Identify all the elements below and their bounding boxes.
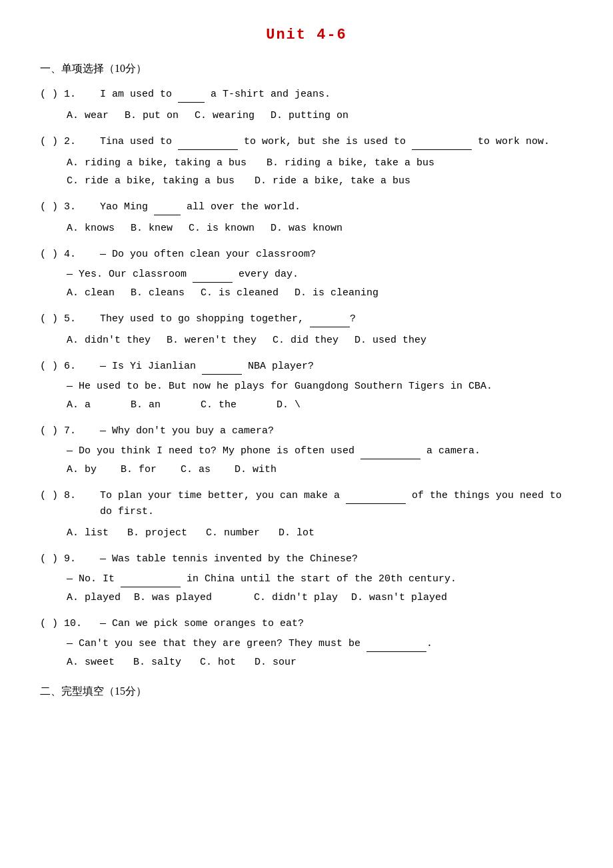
q4-opt-d: D. is cleaning — [295, 284, 378, 302]
q2-paren: ( ) 2. — [40, 134, 100, 150]
q8-options: A. list B. project C. number D. lot — [67, 524, 573, 542]
q4-paren: ( ) 4. — [40, 247, 100, 263]
q5-paren: ( ) 5. — [40, 311, 100, 327]
q3-options: A. knows B. knew C. is known D. was know… — [67, 219, 573, 237]
q5-text: They used to go shopping together, ? — [100, 311, 573, 327]
question-10: ( ) 10. — Can we pick some oranges to ea… — [40, 616, 573, 671]
q7-options: A. by B. for C. as D. with — [67, 461, 573, 479]
q5-opt-a: A. didn't they — [67, 331, 151, 349]
q7-paren: ( ) 7. — [40, 423, 100, 439]
q5-opt-c: C. did they — [273, 331, 338, 349]
q2-opt-c: C. ride a bike, taking a bus — [67, 172, 235, 190]
q6-opt-a: A. a — [67, 396, 91, 414]
q2-opt-d: D. ride a bike, take a bus — [255, 172, 410, 190]
q9-paren: ( ) 9. — [40, 551, 100, 567]
q8-text: To plan your time better, you can make a… — [100, 488, 573, 520]
q4-opt-b: B. cleans — [131, 284, 185, 302]
question-8: ( ) 8. To plan your time better, you can… — [40, 488, 573, 542]
q5-options: A. didn't they B. weren't they C. did th… — [67, 331, 573, 349]
q2-options: A. riding a bike, taking a bus B. riding… — [67, 154, 573, 190]
q1-text: I am used to a T-shirt and jeans. — [100, 87, 573, 103]
section2-label: 二、完型填空（15分） — [40, 685, 147, 697]
q6-text: — Is Yi Jianlian NBA player? — [100, 359, 573, 375]
q6-dialogue2: — He used to be. But now he plays for Gu… — [67, 379, 573, 395]
q6-opt-c: C. the — [201, 396, 237, 414]
q6-paren: ( ) 6. — [40, 359, 100, 375]
q7-text: — Why don't you buy a camera? — [100, 423, 573, 439]
q1-opt-d: D. putting on — [271, 107, 348, 125]
q10-opt-b: B. salty — [133, 653, 181, 671]
question-9: ( ) 9. — Was table tennis invented by th… — [40, 551, 573, 607]
q7-opt-d: D. with — [235, 461, 277, 479]
q8-opt-a: A. list — [67, 524, 109, 542]
q6-options: A. a B. an C. the D. \ — [67, 396, 573, 414]
q3-text: Yao Ming all over the world. — [100, 199, 573, 215]
q4-options: A. clean B. cleans C. is cleaned D. is c… — [67, 284, 573, 302]
q3-opt-c: C. is known — [189, 219, 255, 237]
question-3: ( ) 3. Yao Ming all over the world. A. k… — [40, 199, 573, 237]
q1-opt-b: B. put on — [125, 107, 179, 125]
q8-opt-c: C. number — [206, 524, 260, 542]
q10-paren: ( ) 10. — [40, 616, 100, 632]
question-4: ( ) 4. — Do you often clean your classro… — [40, 247, 573, 302]
q1-opt-a: A. wear — [67, 107, 109, 125]
question-6: ( ) 6. — Is Yi Jianlian NBA player? — He… — [40, 359, 573, 414]
q8-opt-d: D. lot — [279, 524, 314, 542]
q9-opt-c: C. didn't play — [254, 589, 338, 607]
section2-header: 二、完型填空（15分） — [40, 685, 573, 699]
q6-opt-b: B. an — [131, 396, 161, 414]
q10-opt-a: A. sweet — [67, 653, 115, 671]
q10-opt-d: D. sour — [255, 653, 297, 671]
q9-dialogue2: — No. It in China until the start of the… — [67, 571, 573, 587]
question-1: ( ) 1. I am used to a T-shirt and jeans.… — [40, 87, 573, 125]
question-5: ( ) 5. They used to go shopping together… — [40, 311, 573, 349]
q7-opt-a: A. by — [67, 461, 97, 479]
q3-paren: ( ) 3. — [40, 199, 100, 215]
q8-paren: ( ) 8. — [40, 488, 100, 504]
q2-text: Tina used to to work, but she is used to… — [100, 134, 573, 150]
q3-opt-d: D. was known — [271, 219, 342, 237]
q3-opt-b: B. knew — [131, 219, 173, 237]
q9-opt-a: A. played — [67, 589, 121, 607]
q5-opt-d: D. used they — [354, 331, 426, 349]
q9-text: — Was table tennis invented by the Chine… — [100, 551, 573, 567]
q1-opt-c: C. wearing — [195, 107, 255, 125]
section1-header: 一、单项选择（10分） — [40, 62, 573, 76]
question-7: ( ) 7. — Why don't you buy a camera? — D… — [40, 423, 573, 479]
q4-opt-c: C. is cleaned — [201, 284, 279, 302]
q9-opt-d: D. wasn't played — [351, 589, 447, 607]
q2-opt-a: A. riding a bike, taking a bus — [67, 154, 247, 172]
q10-opt-c: C. hot — [200, 653, 236, 671]
q7-dialogue2: — Do you think I need to? My phone is of… — [67, 443, 573, 459]
page-title: Unit 4-6 — [40, 27, 573, 43]
q9-options: A. played B. was played C. didn't play D… — [67, 589, 573, 607]
q6-opt-d: D. \ — [277, 396, 301, 414]
q1-options: A. wear B. put on C. wearing D. putting … — [67, 107, 573, 125]
q10-options: A. sweet B. salty C. hot D. sour — [67, 653, 573, 671]
q5-opt-b: B. weren't they — [167, 331, 257, 349]
q10-dialogue2: — Can't you see that they are green? The… — [67, 636, 573, 652]
q10-text: — Can we pick some oranges to eat? — [100, 616, 573, 632]
q1-paren: ( ) 1. — [40, 87, 100, 103]
q7-opt-b: B. for — [121, 461, 157, 479]
q4-text: — Do you often clean your classroom? — [100, 247, 573, 263]
q2-opt-b: B. riding a bike, take a bus — [267, 154, 434, 172]
q4-dialogue2: — Yes. Our classroom every day. — [67, 267, 573, 283]
q8-opt-b: B. project — [127, 524, 187, 542]
q4-opt-a: A. clean — [67, 284, 115, 302]
q3-opt-a: A. knows — [67, 219, 115, 237]
question-2: ( ) 2. Tina used to to work, but she is … — [40, 134, 573, 190]
q9-opt-b: B. was played — [134, 589, 241, 607]
q7-opt-c: C. as — [181, 461, 211, 479]
